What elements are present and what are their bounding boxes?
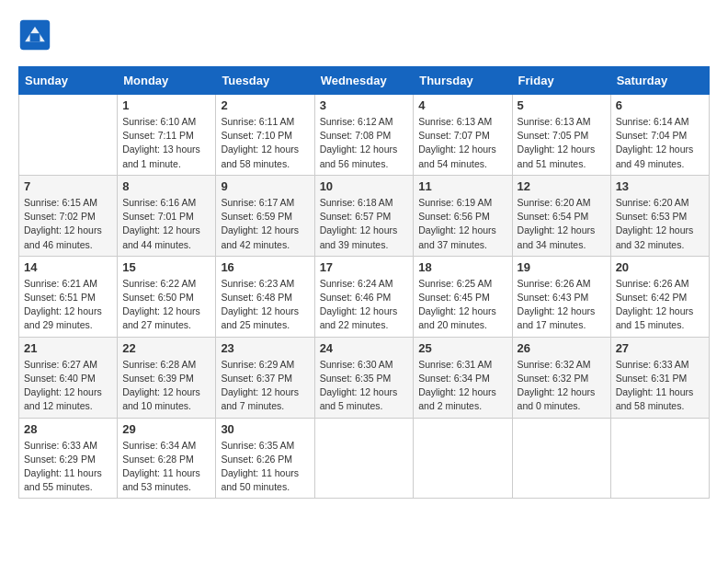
calendar-week-row: 14Sunrise: 6:21 AM Sunset: 6:51 PM Dayli… <box>19 256 710 337</box>
day-number: 6 <box>616 98 704 112</box>
day-info: Sunrise: 6:35 AM Sunset: 6:26 PM Dayligh… <box>221 439 309 495</box>
day-info: Sunrise: 6:20 AM Sunset: 6:54 PM Dayligh… <box>518 196 606 252</box>
calendar-cell: 16Sunrise: 6:23 AM Sunset: 6:48 PM Dayli… <box>216 256 314 337</box>
day-info: Sunrise: 6:28 AM Sunset: 6:39 PM Dayligh… <box>122 358 210 414</box>
day-info: Sunrise: 6:26 AM Sunset: 6:42 PM Dayligh… <box>616 277 704 333</box>
calendar-cell: 18Sunrise: 6:25 AM Sunset: 6:45 PM Dayli… <box>414 256 512 337</box>
day-number: 21 <box>24 341 112 355</box>
calendar-week-row: 28Sunrise: 6:33 AM Sunset: 6:29 PM Dayli… <box>19 418 710 499</box>
calendar-cell: 7Sunrise: 6:15 AM Sunset: 7:02 PM Daylig… <box>19 175 118 256</box>
day-number: 24 <box>320 341 409 355</box>
day-info: Sunrise: 6:30 AM Sunset: 6:35 PM Dayligh… <box>320 358 409 414</box>
day-info: Sunrise: 6:21 AM Sunset: 6:51 PM Dayligh… <box>24 277 112 333</box>
calendar-cell: 19Sunrise: 6:26 AM Sunset: 6:43 PM Dayli… <box>512 256 610 337</box>
day-number: 29 <box>122 422 210 436</box>
day-info: Sunrise: 6:12 AM Sunset: 7:08 PM Dayligh… <box>320 115 409 171</box>
calendar-cell <box>512 418 610 499</box>
calendar-cell: 29Sunrise: 6:34 AM Sunset: 6:28 PM Dayli… <box>118 418 216 499</box>
day-number: 3 <box>320 98 409 112</box>
day-number: 12 <box>518 179 606 193</box>
calendar-cell: 12Sunrise: 6:20 AM Sunset: 6:54 PM Dayli… <box>512 175 610 256</box>
day-number: 20 <box>616 260 704 274</box>
weekday-header-wednesday: Wednesday <box>314 67 414 95</box>
day-number: 10 <box>320 179 409 193</box>
day-info: Sunrise: 6:15 AM Sunset: 7:02 PM Dayligh… <box>24 196 112 252</box>
day-number: 16 <box>221 260 309 274</box>
calendar-cell: 11Sunrise: 6:19 AM Sunset: 6:56 PM Dayli… <box>414 175 512 256</box>
weekday-header-tuesday: Tuesday <box>216 67 314 95</box>
day-number: 27 <box>616 341 704 355</box>
day-info: Sunrise: 6:11 AM Sunset: 7:10 PM Dayligh… <box>221 115 309 171</box>
calendar-cell <box>414 418 512 499</box>
day-number: 23 <box>221 341 309 355</box>
calendar-cell <box>19 95 118 176</box>
calendar-cell: 23Sunrise: 6:29 AM Sunset: 6:37 PM Dayli… <box>216 337 314 418</box>
logo <box>18 18 57 52</box>
day-info: Sunrise: 6:17 AM Sunset: 6:59 PM Dayligh… <box>221 196 309 252</box>
calendar-cell: 4Sunrise: 6:13 AM Sunset: 7:07 PM Daylig… <box>414 95 512 176</box>
calendar-cell: 14Sunrise: 6:21 AM Sunset: 6:51 PM Dayli… <box>19 256 118 337</box>
day-number: 15 <box>122 260 210 274</box>
calendar-week-row: 7Sunrise: 6:15 AM Sunset: 7:02 PM Daylig… <box>19 175 710 256</box>
day-info: Sunrise: 6:13 AM Sunset: 7:07 PM Dayligh… <box>418 115 506 171</box>
day-number: 18 <box>418 260 506 274</box>
day-info: Sunrise: 6:24 AM Sunset: 6:46 PM Dayligh… <box>320 277 409 333</box>
calendar-cell <box>610 418 709 499</box>
day-number: 4 <box>418 98 506 112</box>
day-number: 2 <box>221 98 309 112</box>
day-info: Sunrise: 6:29 AM Sunset: 6:37 PM Dayligh… <box>221 358 309 414</box>
weekday-header-row: SundayMondayTuesdayWednesdayThursdayFrid… <box>19 67 710 95</box>
day-info: Sunrise: 6:31 AM Sunset: 6:34 PM Dayligh… <box>418 358 506 414</box>
calendar-cell: 15Sunrise: 6:22 AM Sunset: 6:50 PM Dayli… <box>118 256 216 337</box>
day-info: Sunrise: 6:32 AM Sunset: 6:32 PM Dayligh… <box>518 358 606 414</box>
day-number: 30 <box>221 422 309 436</box>
day-info: Sunrise: 6:22 AM Sunset: 6:50 PM Dayligh… <box>122 277 210 333</box>
day-info: Sunrise: 6:20 AM Sunset: 6:53 PM Dayligh… <box>616 196 704 252</box>
calendar-week-row: 21Sunrise: 6:27 AM Sunset: 6:40 PM Dayli… <box>19 337 710 418</box>
calendar-cell: 22Sunrise: 6:28 AM Sunset: 6:39 PM Dayli… <box>118 337 216 418</box>
calendar-cell: 13Sunrise: 6:20 AM Sunset: 6:53 PM Dayli… <box>610 175 709 256</box>
calendar-cell: 25Sunrise: 6:31 AM Sunset: 6:34 PM Dayli… <box>414 337 512 418</box>
calendar-cell: 1Sunrise: 6:10 AM Sunset: 7:11 PM Daylig… <box>118 95 216 176</box>
calendar-cell: 24Sunrise: 6:30 AM Sunset: 6:35 PM Dayli… <box>314 337 414 418</box>
calendar-cell: 8Sunrise: 6:16 AM Sunset: 7:01 PM Daylig… <box>118 175 216 256</box>
day-number: 17 <box>320 260 409 274</box>
calendar-cell: 3Sunrise: 6:12 AM Sunset: 7:08 PM Daylig… <box>314 95 414 176</box>
day-info: Sunrise: 6:13 AM Sunset: 7:05 PM Dayligh… <box>518 115 606 171</box>
calendar-cell: 17Sunrise: 6:24 AM Sunset: 6:46 PM Dayli… <box>314 256 414 337</box>
day-info: Sunrise: 6:23 AM Sunset: 6:48 PM Dayligh… <box>221 277 309 333</box>
day-info: Sunrise: 6:33 AM Sunset: 6:31 PM Dayligh… <box>616 358 704 414</box>
calendar-cell: 6Sunrise: 6:14 AM Sunset: 7:04 PM Daylig… <box>610 95 709 176</box>
weekday-header-sunday: Sunday <box>19 67 118 95</box>
day-number: 7 <box>24 179 112 193</box>
calendar-table: SundayMondayTuesdayWednesdayThursdayFrid… <box>18 66 710 499</box>
day-number: 25 <box>418 341 506 355</box>
day-info: Sunrise: 6:33 AM Sunset: 6:29 PM Dayligh… <box>24 439 112 495</box>
day-number: 8 <box>122 179 210 193</box>
day-info: Sunrise: 6:26 AM Sunset: 6:43 PM Dayligh… <box>518 277 606 333</box>
calendar-cell: 2Sunrise: 6:11 AM Sunset: 7:10 PM Daylig… <box>216 95 314 176</box>
day-info: Sunrise: 6:19 AM Sunset: 6:56 PM Dayligh… <box>418 196 506 252</box>
day-info: Sunrise: 6:27 AM Sunset: 6:40 PM Dayligh… <box>24 358 112 414</box>
day-number: 28 <box>24 422 112 436</box>
weekday-header-saturday: Saturday <box>610 67 709 95</box>
calendar-cell <box>314 418 414 499</box>
calendar-cell: 27Sunrise: 6:33 AM Sunset: 6:31 PM Dayli… <box>610 337 709 418</box>
calendar-cell: 20Sunrise: 6:26 AM Sunset: 6:42 PM Dayli… <box>610 256 709 337</box>
calendar-cell: 28Sunrise: 6:33 AM Sunset: 6:29 PM Dayli… <box>19 418 118 499</box>
calendar-cell: 9Sunrise: 6:17 AM Sunset: 6:59 PM Daylig… <box>216 175 314 256</box>
calendar-cell: 5Sunrise: 6:13 AM Sunset: 7:05 PM Daylig… <box>512 95 610 176</box>
day-info: Sunrise: 6:25 AM Sunset: 6:45 PM Dayligh… <box>418 277 506 333</box>
calendar-cell: 30Sunrise: 6:35 AM Sunset: 6:26 PM Dayli… <box>216 418 314 499</box>
day-number: 5 <box>518 98 606 112</box>
logo-icon <box>18 18 51 52</box>
svg-rect-2 <box>30 33 40 41</box>
day-info: Sunrise: 6:14 AM Sunset: 7:04 PM Dayligh… <box>616 115 704 171</box>
weekday-header-thursday: Thursday <box>414 67 512 95</box>
day-number: 26 <box>518 341 606 355</box>
day-number: 11 <box>418 179 506 193</box>
day-info: Sunrise: 6:16 AM Sunset: 7:01 PM Dayligh… <box>122 196 210 252</box>
calendar-week-row: 1Sunrise: 6:10 AM Sunset: 7:11 PM Daylig… <box>19 95 710 176</box>
weekday-header-monday: Monday <box>118 67 216 95</box>
day-number: 1 <box>122 98 210 112</box>
